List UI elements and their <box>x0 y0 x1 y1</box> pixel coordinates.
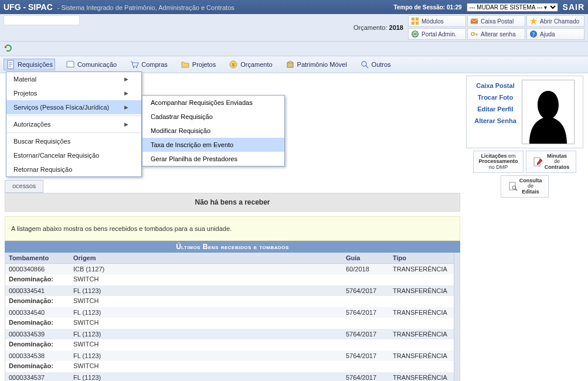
book-icon <box>66 60 75 69</box>
bens-table: Tombamento Origem Guia Tipo 0000340866IC… <box>5 253 454 381</box>
svg-rect-3 <box>416 22 419 25</box>
dropdown-requisicoes: Material▶ Projetos▶ Serviços (Pessoa Fís… <box>6 72 142 177</box>
session-time: 01:29 <box>447 4 462 11</box>
table-row-denom: Denominação:SWITCH <box>5 274 454 285</box>
abrir-chamado-button[interactable]: Abrir Chamado <box>526 15 584 27</box>
system-select[interactable]: --- MUDAR DE SISTEMA --- ▾ <box>467 3 558 12</box>
tab-processos[interactable]: ocessos <box>5 180 43 193</box>
alterar-senha-button[interactable]: Alterar senha <box>467 28 525 40</box>
chevron-right-icon: ▶ <box>124 90 128 96</box>
svg-point-11 <box>136 67 137 68</box>
sm-modificar[interactable]: Modificar Requisição <box>142 124 284 138</box>
shortcut-editais[interactable]: ConsultadeEditais <box>501 175 549 198</box>
menu-projetos[interactable]: Projetos <box>178 59 218 70</box>
chevron-right-icon: ▶ <box>124 76 128 82</box>
key-icon <box>470 30 478 38</box>
budget-indicator: Orçamento: 2018 <box>354 24 403 31</box>
th-tipo: Tipo <box>389 253 454 264</box>
table-row[interactable]: 0000334541FL (1123)5764/2017TRANSFERÊNCI… <box>5 285 454 296</box>
svg-text:$: $ <box>232 62 235 67</box>
menu-outros[interactable]: Outros <box>358 59 393 70</box>
main-menu: Requisições Comunicação Compras Projetos… <box>0 56 588 73</box>
refresh-icon[interactable] <box>4 43 13 53</box>
refresh-bar <box>0 42 588 56</box>
chevron-right-icon: ▶ <box>124 104 128 110</box>
table-row-denom: Denominação:SWITCH <box>5 318 454 329</box>
avatar-silhouette-icon <box>525 85 572 144</box>
globe-icon <box>411 30 419 38</box>
svg-rect-1 <box>416 18 419 21</box>
svg-rect-0 <box>412 18 414 21</box>
svg-rect-2 <box>412 22 414 25</box>
search-doc-icon <box>508 181 518 192</box>
side-alterar-senha[interactable]: Alterar Senha <box>470 115 521 127</box>
th-tombamento: Tombamento <box>5 253 70 264</box>
help-icon: ? <box>529 30 538 38</box>
money-icon: $ <box>229 60 238 69</box>
section-title: Últimos Bens recebidos e tombados <box>5 241 460 253</box>
sm-gerar-planilha[interactable]: Gerar Planilha de Prestadores <box>142 152 284 166</box>
svg-rect-14 <box>287 63 293 67</box>
table-row-denom: Denominação:SWITCH <box>5 339 454 351</box>
svg-point-10 <box>133 67 134 68</box>
submenu-servicos: Acompanhar Requisições Enviadas Cadastra… <box>142 95 285 166</box>
modulos-button[interactable]: Módulos <box>408 15 466 27</box>
scrollbar[interactable] <box>454 253 460 381</box>
th-guia: Guia <box>342 253 389 264</box>
dd-retornar[interactable]: Retornar Requisição <box>6 162 141 176</box>
dd-estornar[interactable]: Estornar/Cancelar Requisição <box>6 148 141 162</box>
sm-acompanhar[interactable]: Acompanhar Requisições Enviadas <box>142 96 284 110</box>
table-row-denom: Denominação:SWITCH <box>5 361 454 372</box>
ajuda-button[interactable]: ?Ajuda <box>526 28 584 40</box>
table-row[interactable]: 0000334540FL (1123)5764/2017TRANSFERÊNCI… <box>5 307 454 318</box>
th-origem: Origem <box>70 253 342 264</box>
info-bar: A listagem abaixo mostra os bens recebid… <box>5 216 460 241</box>
table-row[interactable]: 0000334539FL (1123)5764/2017TRANSFERÊNCI… <box>5 329 454 339</box>
modules-icon <box>411 17 419 25</box>
app-subtitle: - Sistema Integrado de Patrimônio, Admin… <box>57 4 234 11</box>
avatar <box>522 80 575 144</box>
side-editar-perfil[interactable]: Editar Perfil <box>470 103 521 115</box>
shortcut-minutas[interactable]: MinutasdeContratos <box>526 151 576 173</box>
app-title: UFG - SIPAC <box>4 2 53 12</box>
svg-rect-4 <box>471 19 478 24</box>
sm-taxa[interactable]: Taxa de Inscrição em Evento <box>142 138 284 152</box>
table-row[interactable]: 0000334538FL (1123)5764/2017TRANSFERÊNCI… <box>5 351 454 361</box>
svg-point-6 <box>471 32 474 35</box>
dd-projetos[interactable]: Projetos▶ <box>6 86 141 100</box>
menu-compras[interactable]: Compras <box>127 59 170 70</box>
logout-link[interactable]: SAIR <box>563 2 584 12</box>
header-bar: UFG - SIPAC - Sistema Integrado de Patri… <box>0 0 588 14</box>
panel-no-bens: Não há bens a receber <box>5 193 460 212</box>
portal-admin-button[interactable]: Portal Admin. <box>408 28 466 40</box>
contract-icon <box>533 157 543 167</box>
table-row[interactable]: 0000340866ICB (1127)60/2018TRANSFERÊNCIA <box>5 264 454 275</box>
dd-buscar[interactable]: Buscar Requisições <box>6 134 141 148</box>
menu-orcamento[interactable]: $Orçamento <box>226 59 274 70</box>
mailbox-icon <box>470 17 478 25</box>
table-row[interactable]: 0000334537FL (1123)5764/2017TRANSFERÊNCI… <box>5 372 454 381</box>
cart-icon <box>130 60 139 69</box>
menu-comunicacao[interactable]: Comunicação <box>63 59 119 70</box>
menu-patrimonio[interactable]: Patrimônio Móvel <box>283 59 349 70</box>
box-icon <box>285 60 295 69</box>
menu-requisicoes[interactable]: Requisições <box>4 59 55 70</box>
dd-servicos[interactable]: Serviços (Pessoa Física/Jurídica)▶ <box>6 100 141 114</box>
dd-autorizacoes[interactable]: Autorizações▶ <box>6 117 141 131</box>
table-row-denom: Denominação:SWITCH <box>5 296 454 307</box>
session-label: Tempo de Sessão: <box>394 4 446 11</box>
svg-point-15 <box>362 62 366 66</box>
svg-text:?: ? <box>532 31 535 38</box>
user-bar: Orçamento: 2018 Módulos Caixa Postal Abr… <box>0 14 588 42</box>
caixa-postal-button[interactable]: Caixa Postal <box>467 15 525 27</box>
star-icon <box>529 17 538 25</box>
dd-material[interactable]: Material▶ <box>6 72 141 86</box>
sm-cadastrar[interactable]: Cadastrar Requisição <box>142 110 284 124</box>
shortcut-licitacoes[interactable]: Licitações emProcessamentono DMP <box>473 151 524 173</box>
doc-icon <box>6 60 15 69</box>
user-name-slot <box>4 15 80 25</box>
folder-icon <box>181 60 190 69</box>
chevron-right-icon: ▶ <box>124 121 128 127</box>
side-trocar-foto[interactable]: Trocar Foto <box>470 91 521 103</box>
side-caixa-postal[interactable]: Caixa Postal <box>470 80 521 91</box>
